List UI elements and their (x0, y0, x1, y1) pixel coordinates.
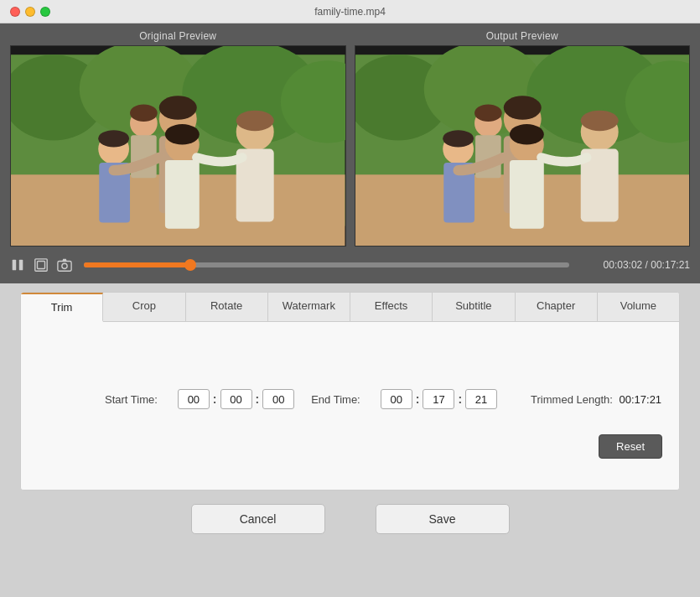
cancel-button[interactable]: Cancel (191, 504, 325, 534)
tab-effects[interactable]: Effects (350, 293, 433, 321)
screenshot-button[interactable] (57, 257, 72, 273)
svg-point-18 (165, 124, 200, 145)
end-sep-1: : (416, 392, 420, 406)
svg-point-49 (62, 263, 67, 268)
control-bar: 00:03:02 / 00:17:21 (0, 247, 700, 283)
start-time-fields: : : (178, 389, 294, 409)
start-sep-1: : (213, 392, 217, 406)
frame-button[interactable] (34, 257, 49, 273)
output-preview-label: Output Preview (486, 30, 558, 42)
progress-thumb[interactable] (184, 259, 196, 271)
minimize-button[interactable] (25, 7, 35, 17)
svg-point-21 (130, 104, 158, 121)
tab-crop[interactable]: Crop (103, 293, 185, 321)
svg-point-20 (98, 130, 129, 147)
original-preview-panel: Original Preview (10, 30, 346, 247)
tab-rotate[interactable]: Rotate (186, 293, 268, 321)
trim-tab-content: Start Time: : : End Time: : : (21, 322, 679, 490)
start-sep-2: : (256, 392, 260, 406)
tab-volume[interactable]: Volume (598, 293, 679, 321)
tab-trim[interactable]: Trim (21, 293, 103, 322)
tab-chapter[interactable]: Chapter (516, 293, 598, 321)
start-time-label: Start Time: (105, 393, 158, 406)
trim-controls: Start Time: : : End Time: : : (38, 339, 662, 426)
original-video-frame (10, 45, 346, 247)
tab-watermark[interactable]: Watermark (268, 293, 350, 321)
svg-point-17 (159, 96, 197, 120)
trimmed-length-value: 00:17:21 (619, 393, 661, 406)
svg-point-39 (503, 96, 541, 120)
pause-button[interactable] (10, 257, 25, 273)
bottom-bar: Cancel Save (0, 491, 700, 548)
svg-rect-44 (13, 260, 17, 271)
tab-section: Trim Crop Rotate Watermark Effects Subti… (20, 292, 680, 491)
tab-subtitle[interactable]: Subtitle (433, 293, 515, 321)
start-second-input[interactable] (262, 389, 294, 409)
trimmed-length-label: Trimmed Length: 00:17:21 (531, 393, 661, 406)
end-minute-input[interactable] (423, 389, 454, 409)
progress-bar[interactable] (84, 262, 569, 267)
svg-point-40 (509, 124, 543, 145)
output-preview-panel: Output Preview (355, 30, 691, 247)
preview-section: Original Preview (0, 23, 700, 247)
tab-bar: Trim Crop Rotate Watermark Effects Subti… (21, 293, 679, 322)
window-title: family-time.mp4 (314, 6, 386, 18)
svg-rect-34 (509, 160, 543, 229)
save-button[interactable]: Save (376, 504, 510, 534)
start-hour-input[interactable] (178, 389, 210, 409)
original-preview-label: Original Preview (139, 30, 216, 42)
end-sep-2: : (458, 392, 462, 406)
svg-point-19 (236, 111, 274, 132)
close-button[interactable] (10, 7, 20, 17)
end-time-fields: : : (381, 389, 497, 409)
time-display: 00:03:02 / 00:17:21 (581, 259, 690, 271)
titlebar: family-time.mp4 (0, 0, 700, 23)
reset-row: Reset (38, 426, 662, 462)
svg-rect-47 (38, 262, 45, 269)
end-time-label: End Time: (311, 393, 360, 406)
output-video-frame (355, 45, 691, 247)
window-controls[interactable] (10, 7, 50, 17)
end-second-input[interactable] (465, 389, 497, 409)
reset-button[interactable]: Reset (599, 434, 662, 459)
end-hour-input[interactable] (381, 389, 412, 409)
svg-point-42 (443, 130, 474, 147)
svg-point-43 (474, 104, 502, 121)
start-minute-input[interactable] (220, 389, 252, 409)
maximize-button[interactable] (40, 7, 50, 17)
svg-point-41 (580, 111, 618, 132)
svg-rect-12 (165, 160, 200, 229)
svg-rect-48 (58, 262, 71, 272)
svg-rect-45 (19, 260, 23, 271)
progress-fill (84, 262, 190, 267)
